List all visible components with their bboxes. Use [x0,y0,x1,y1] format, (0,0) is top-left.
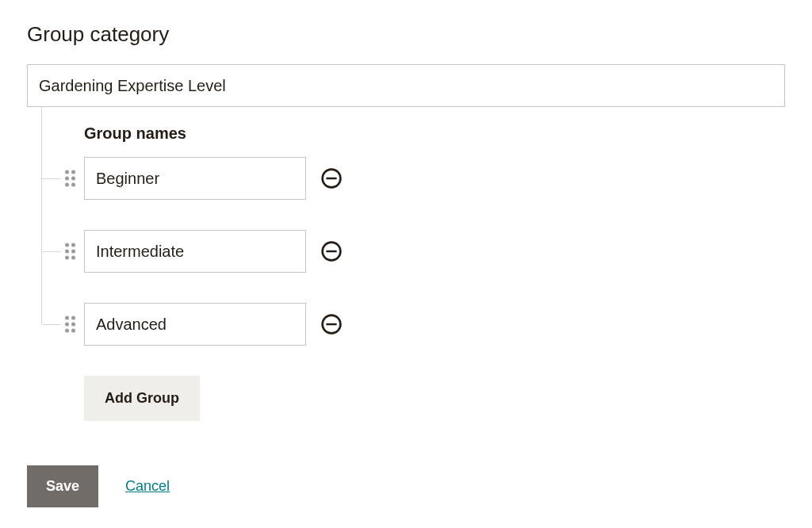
add-group-button[interactable]: Add Group [84,376,200,421]
remove-group-button[interactable] [320,167,343,189]
section-title: Group category [27,22,785,47]
tree-trunk-line [41,107,42,324]
group-row [84,303,785,346]
group-name-input[interactable] [84,303,306,346]
branch-line [42,178,61,179]
remove-group-button[interactable] [320,240,343,262]
group-name-input[interactable] [84,230,306,273]
group-row [84,157,785,200]
drag-handle-icon[interactable] [65,243,75,260]
drag-handle-icon[interactable] [65,170,75,187]
group-row [84,230,785,273]
group-name-input[interactable] [84,157,306,200]
save-button[interactable]: Save [27,465,98,507]
cancel-button[interactable]: Cancel [125,478,170,495]
minus-circle-icon [321,168,342,189]
group-names-label: Group names [84,124,785,143]
branch-line [42,251,61,252]
group-category-input[interactable] [27,64,785,107]
drag-handle-icon[interactable] [65,316,75,333]
branch-line [42,324,61,325]
minus-circle-icon [321,241,342,262]
minus-circle-icon [321,314,342,335]
remove-group-button[interactable] [320,313,343,335]
